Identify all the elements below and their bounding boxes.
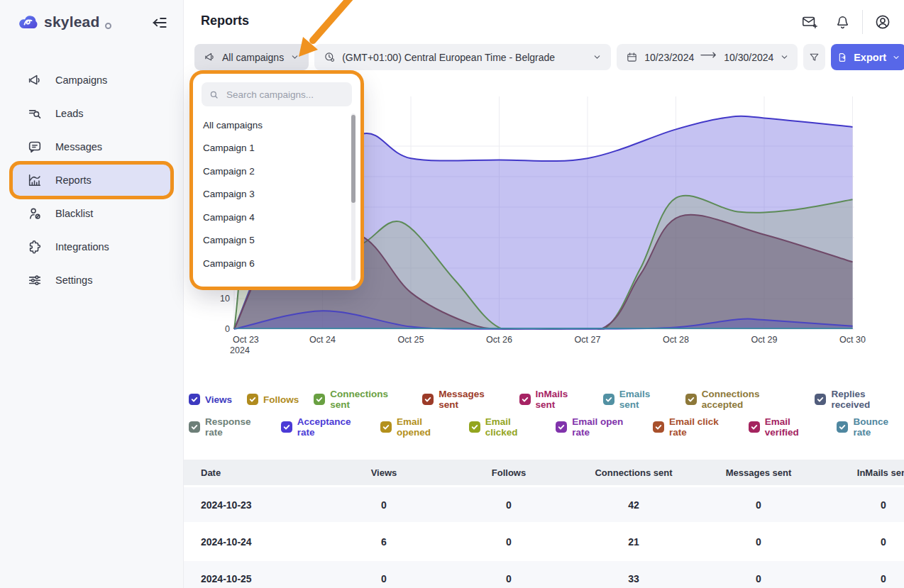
legend-item-messages-sent[interactable]: Messages sent	[422, 389, 504, 410]
export-label: Export	[854, 52, 886, 63]
legend-label: Email verified	[765, 416, 822, 438]
campaign-option[interactable]: Campaign 4	[203, 206, 360, 229]
logo: skylead	[17, 11, 111, 33]
y-tick-label: 0	[225, 324, 230, 334]
legend-checkbox[interactable]	[469, 421, 480, 433]
legend-item-follows[interactable]: Follows	[247, 394, 299, 405]
sidebar-item-blacklist[interactable]: Blacklist	[13, 198, 170, 229]
cell-date: 2024-10-24	[183, 523, 321, 560]
campaign-option[interactable]: All campaigns	[203, 113, 360, 137]
x-tick-label: Oct 25	[398, 335, 424, 345]
x-tick-label: Oct 26	[486, 335, 512, 345]
legend-checkbox[interactable]	[837, 421, 848, 433]
legend-label: Bounce rate	[853, 416, 904, 438]
legend-label: Email open rate	[572, 416, 638, 438]
legend-item-views[interactable]: Views	[189, 394, 232, 405]
chevron-down-icon	[290, 52, 299, 62]
legend-item-replies-received[interactable]: Replies received	[815, 389, 904, 410]
notifications-button[interactable]	[829, 9, 855, 35]
legend-item-connections-sent[interactable]: Connections sent	[314, 389, 407, 410]
sidebar-item-settings[interactable]: Settings	[13, 265, 170, 296]
legend-item-emails-sent[interactable]: Emails sent	[603, 389, 671, 410]
sidebar-item-integrations[interactable]: Integrations	[13, 231, 170, 262]
campaign-search-input[interactable]	[225, 89, 345, 101]
legend-item-acceptance-rate[interactable]: Acceptance rate	[281, 416, 365, 438]
legend-item-email-opened[interactable]: Email opened	[380, 416, 454, 438]
campaign-option[interactable]: Campaign 3	[203, 183, 360, 206]
timezone-selector[interactable]: (GMT+01:00) Central European Time - Belg…	[314, 44, 611, 70]
report-table: DateViewsFollowsConnections sentMessages…	[183, 460, 904, 588]
date-range-picker[interactable]: 10/23/2024 10/30/2024	[617, 44, 798, 70]
legend-label: Response rate	[205, 416, 266, 438]
chevron-down-icon	[780, 52, 789, 62]
legend-label: Email clicked	[485, 416, 541, 438]
legend-checkbox[interactable]	[519, 394, 531, 405]
table-column-header: InMails sent	[821, 460, 904, 487]
sidebar-item-reports[interactable]: Reports	[13, 165, 170, 196]
legend-item-email-clicked[interactable]: Email clicked	[469, 416, 541, 438]
legend-checkbox[interactable]	[556, 421, 567, 433]
collapse-sidebar-icon[interactable]	[150, 13, 169, 32]
legend-checkbox[interactable]	[603, 394, 614, 405]
legend-checkbox[interactable]	[189, 421, 200, 433]
topbar-divider	[862, 10, 863, 34]
campaign-option[interactable]: Campaign 5	[203, 229, 360, 253]
report-icon	[27, 172, 43, 188]
legend-item-response-rate[interactable]: Response rate	[189, 416, 266, 438]
sidebar-item-leads[interactable]: Leads	[13, 98, 170, 129]
cell-value: 0	[446, 487, 571, 523]
legend-item-connections-accepted[interactable]: Connections accepted	[685, 389, 800, 410]
account-button[interactable]	[870, 9, 895, 35]
y-tick-label: 10	[220, 294, 230, 304]
legend-checkbox[interactable]	[422, 394, 434, 405]
legend-item-email-open-rate[interactable]: Email open rate	[556, 416, 638, 438]
sidebar-nav: Campaigns Leads Messages Reports Blackli…	[0, 62, 183, 298]
new-message-button[interactable]	[797, 9, 822, 35]
legend-item-bounce-rate[interactable]: Bounce rate	[837, 416, 904, 438]
campaign-selector-label: All campaigns	[222, 52, 284, 63]
campaign-selector[interactable]: All campaigns	[194, 44, 309, 70]
table-row: 2024-10-23004200	[183, 487, 904, 523]
legend-checkbox[interactable]	[380, 421, 392, 433]
legend-label: Email click rate	[669, 416, 734, 438]
legend-checkbox[interactable]	[685, 394, 697, 405]
legend-checkbox[interactable]	[749, 421, 760, 433]
export-button[interactable]: Export	[831, 44, 904, 70]
table-column-header: Connections sent	[571, 460, 696, 487]
bell-icon	[834, 14, 851, 30]
legend-checkbox[interactable]	[189, 394, 200, 405]
chevron-down-icon	[592, 52, 602, 62]
legend-checkbox[interactable]	[281, 421, 292, 433]
cell-date: 2024-10-25	[183, 560, 321, 588]
filter-button[interactable]	[803, 44, 825, 70]
cell-value: 0	[821, 560, 904, 588]
dropdown-scrollbar	[351, 113, 355, 281]
campaign-option[interactable]: Campaign 1	[203, 137, 360, 160]
campaign-search[interactable]	[202, 82, 352, 106]
table-body: 2024-10-230042002024-10-246021002024-10-…	[183, 487, 904, 588]
calendar-icon	[626, 51, 638, 63]
main-content: Reports All campaigns	[183, 0, 904, 588]
user-avatar-icon	[874, 13, 891, 30]
leads-icon	[27, 106, 43, 121]
chart-legend: Views Follows Connections sent Messages …	[189, 389, 904, 438]
legend-label: Acceptance rate	[297, 416, 365, 438]
dropdown-scrollbar-thumb[interactable]	[351, 115, 355, 203]
campaign-option[interactable]: Campaign 2	[203, 160, 360, 183]
legend-item-email-verified[interactable]: Email verified	[749, 416, 822, 438]
legend-checkbox[interactable]	[247, 394, 258, 405]
sidebar-item-messages[interactable]: Messages	[13, 131, 170, 162]
legend-item-inmails-sent[interactable]: InMails sent	[519, 389, 588, 410]
puzzle-icon	[27, 239, 43, 255]
legend-label: Connections accepted	[702, 389, 800, 410]
legend-checkbox[interactable]	[314, 394, 325, 405]
sidebar-item-campaigns[interactable]: Campaigns	[13, 65, 170, 96]
legend-checkbox[interactable]	[653, 421, 664, 433]
timezone-value: (GMT+01:00) Central European Time - Belg…	[342, 52, 586, 63]
campaign-option[interactable]: Campaign 6	[203, 252, 360, 275]
x-tick-label: Oct 29	[751, 335, 778, 345]
legend-checkbox[interactable]	[815, 394, 826, 405]
table-row: 2024-10-25003300	[183, 560, 904, 588]
page-title: Reports	[201, 13, 249, 28]
legend-item-email-click-rate[interactable]: Email click rate	[653, 416, 734, 438]
